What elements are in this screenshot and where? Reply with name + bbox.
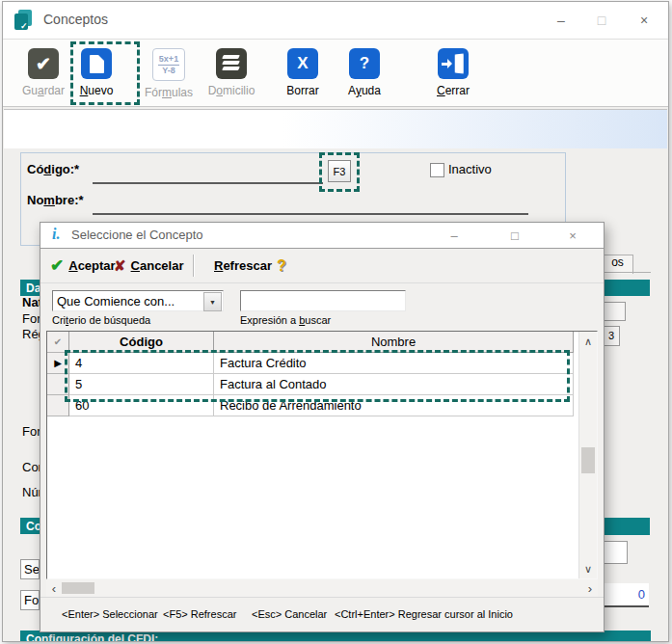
dialog-toolbar: ✔ Aceptar ✘ Cancelar Refrescar ? (40, 249, 604, 283)
t: A (68, 258, 77, 273)
aceptar-label: Aceptar (68, 258, 115, 273)
numeric-field-fragment: 0 (597, 583, 649, 607)
question-glyph: ? (360, 54, 369, 73)
codigo-input[interactable] (93, 182, 323, 184)
formato-label-fragment: For (22, 311, 40, 326)
guardar-button[interactable]: ✔ Guardar (19, 48, 67, 97)
selector-header-check-icon[interactable]: ✔ (47, 332, 69, 353)
dialog-minimize-icon[interactable]: – (441, 223, 468, 248)
dialog-statusbar: <Enter> Seleccionar <F5> Refrescar <Esc>… (40, 597, 604, 631)
formato2-label-fragment: For (22, 424, 40, 439)
t: o (216, 84, 223, 97)
concept-name-band (4, 109, 667, 148)
scroll-left-icon[interactable]: ‹ (46, 579, 62, 597)
info-icon: i. (52, 226, 60, 243)
column-header-codigo[interactable]: Código (69, 332, 214, 353)
search-criteria-dropdown[interactable]: Que Comience con... ▼ (52, 290, 224, 311)
t: efrescar (223, 258, 272, 273)
search-panel: Que Comience con... ▼ Criterio de búsque… (40, 282, 604, 331)
t: rdar (44, 84, 65, 97)
t: A (348, 84, 356, 97)
tab-fragment[interactable]: os (602, 255, 633, 274)
dialog-maximize-icon[interactable]: □ (501, 223, 528, 248)
t: m (43, 193, 55, 207)
column-header-nombre[interactable]: Nombre (214, 332, 574, 353)
scroll-down-icon[interactable]: ∨ (579, 561, 597, 577)
hint-f5: <F5> Refrescar (163, 608, 236, 620)
t: Gu (22, 84, 38, 97)
table-row-name[interactable]: Factura al Contado (214, 374, 574, 395)
t: Borrar (286, 84, 318, 97)
maximize-icon[interactable]: □ (581, 2, 622, 39)
scroll-right-icon[interactable]: › (582, 579, 598, 597)
minimize-icon[interactable]: – (541, 2, 581, 39)
t: uda (362, 84, 381, 97)
app-icon-check: ✓ (20, 21, 28, 31)
t: ancelar (140, 258, 184, 273)
app-icon: ✓ (14, 10, 35, 30)
t: uevo (88, 84, 113, 97)
table-row-code[interactable]: 5 (69, 374, 214, 395)
concept-grid: ✔ Código Nombre ▶ 4 Factura Crédito 5 Fa… (46, 331, 598, 579)
table-row-code[interactable]: 60 (69, 395, 214, 416)
f3-lookup-button[interactable]: F3 (328, 160, 351, 182)
refrescar-button[interactable]: Refrescar (214, 249, 272, 282)
row-selector-cell[interactable] (47, 374, 69, 395)
save-icon: ✔ (28, 48, 59, 79)
window-title: Conceptos (43, 12, 108, 27)
dialog-help-icon[interactable]: ? (277, 249, 286, 282)
scroll-up-icon[interactable]: ∧ (579, 334, 597, 349)
new-document-icon (81, 48, 112, 79)
ayuda-label: Ayuda (343, 84, 386, 97)
ayuda-button[interactable]: ? Ayuda (343, 48, 386, 97)
hint-enter: <Enter> Seleccionar (62, 608, 158, 620)
nombre-label: Nombre:* (27, 193, 84, 207)
naturaleza-label-fragment: Nat (22, 295, 40, 309)
t: uscar (305, 314, 331, 326)
domicilio-button[interactable]: Domicilio (203, 48, 259, 97)
hint-ctrl-enter: <Ctrl+Enter> Regresar cursor al Inicio (335, 608, 513, 620)
inactivo-checkbox[interactable] (430, 163, 444, 177)
row-selector-cell[interactable] (47, 395, 69, 416)
close-icon[interactable]: × (622, 2, 666, 39)
borrar-button[interactable]: X Borrar (282, 48, 324, 97)
cancelar-label: Cancelar (131, 258, 184, 273)
t: R (214, 258, 223, 273)
vertical-scroll-thumb[interactable] (581, 447, 595, 473)
cancelar-button[interactable]: ✘ Cancelar (114, 249, 184, 282)
t: Expresión a (240, 314, 299, 326)
exit-door-icon (438, 48, 469, 79)
numero-label-fragment: Núm (22, 485, 40, 499)
horizontal-scrollbar[interactable]: ‹ › (46, 579, 598, 597)
vertical-scrollbar[interactable]: ∧ ∨ (578, 332, 597, 578)
hint-esc: <Esc> Cancelar (252, 608, 327, 620)
nuevo-button[interactable]: Nuevo (75, 48, 118, 97)
formulas-button[interactable]: 5x+1 Y-8 Fórmulas (142, 48, 196, 99)
nuevo-label: Nuevo (75, 84, 118, 97)
t: No (27, 193, 43, 207)
save-check-glyph: ✔ (36, 53, 51, 75)
nombre-input[interactable] (93, 213, 528, 215)
conceptos-window: ✓ Conceptos – □ × ✔ Guardar Nuevo 5x+1 Y… (2, 1, 669, 642)
aceptar-button[interactable]: ✔ Aceptar (50, 249, 116, 282)
t: Cri (52, 314, 66, 326)
t: C (437, 84, 445, 97)
accept-check-icon: ✔ (50, 255, 64, 276)
cerrar-button[interactable]: Cerrar (432, 48, 474, 97)
horizontal-scroll-thumb[interactable] (62, 582, 94, 594)
folio-field-fragment: Fo (20, 590, 40, 610)
search-expression-input[interactable] (240, 290, 406, 311)
toolbar-separator (193, 255, 195, 277)
chevron-down-icon[interactable]: ▼ (203, 292, 222, 311)
address-stack-icon (216, 48, 247, 79)
row-pointer-cell[interactable]: ▶ (47, 353, 69, 374)
table-row-name[interactable]: Factura Crédito (214, 353, 574, 374)
card-shape (222, 67, 240, 70)
table-row-name[interactable]: Recibo de Arrendamiento (214, 395, 574, 416)
section-header-2-fragment: Co (20, 518, 40, 534)
dialog-close-icon[interactable]: × (559, 223, 586, 248)
row-pointer-icon: ▶ (54, 358, 62, 368)
t: errar (445, 84, 470, 97)
delete-x-icon: X (287, 48, 318, 79)
table-row-code[interactable]: 4 (69, 353, 214, 374)
